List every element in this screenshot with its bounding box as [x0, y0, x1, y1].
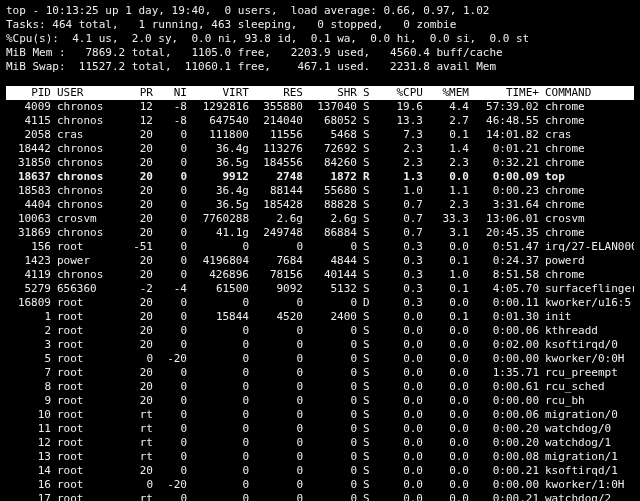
cell-cpu: 0.0 — [380, 464, 426, 478]
table-row[interactable]: 13rootrt0000S0.00.00:00.08migration/1 — [6, 450, 634, 464]
cell-virt: 111800 — [190, 128, 252, 142]
table-row[interactable]: 156root-510000S0.30.00:51.47irq/27-ELAN0… — [6, 240, 634, 254]
table-row[interactable]: 12rootrt0000S0.00.00:00.20watchdog/1 — [6, 436, 634, 450]
cell-pr: 20 — [120, 198, 156, 212]
col-pid[interactable]: PID — [6, 86, 54, 100]
cell-cpu: 0.0 — [380, 492, 426, 501]
table-row[interactable]: 8root200000S0.00.00:00.61rcu_sched — [6, 380, 634, 394]
cell-res: 0 — [252, 352, 306, 366]
cell-time: 0:00.23 — [472, 184, 542, 198]
col-time[interactable]: TIME+ — [472, 86, 542, 100]
table-row[interactable]: 31869chronos20041.1g24974886884S0.73.120… — [6, 226, 634, 240]
col-shr[interactable]: SHR — [306, 86, 360, 100]
table-row[interactable]: 31850chronos20036.5g18455684260S2.32.30:… — [6, 156, 634, 170]
table-row[interactable]: 18637chronos200991227481872R1.30.00:00.0… — [6, 170, 634, 184]
cell-ni: 0 — [156, 170, 190, 184]
table-row[interactable]: 16809root200000D0.30.00:00.11kworker/u16… — [6, 296, 634, 310]
cell-cmd: kworker/1:0H — [542, 478, 634, 492]
cell-shr: 0 — [306, 408, 360, 422]
cell-s: S — [360, 478, 380, 492]
cell-pr: 20 — [120, 170, 156, 184]
cell-pid: 17 — [6, 492, 54, 501]
table-row[interactable]: 17rootrt0000S0.00.00:00.21watchdog/2 — [6, 492, 634, 501]
cell-mem: 0.0 — [426, 240, 472, 254]
cell-cmd: kthreadd — [542, 324, 634, 338]
cell-ni: 0 — [156, 198, 190, 212]
cell-user: root — [54, 478, 120, 492]
cell-user: root — [54, 422, 120, 436]
top-summary-line5: MiB Swap: 11527.2 total, 11060.1 free, 4… — [6, 60, 634, 74]
table-row[interactable]: 11rootrt0000S0.00.00:00.20watchdog/0 — [6, 422, 634, 436]
cell-ni: 0 — [156, 142, 190, 156]
cell-cmd: chrome — [542, 100, 634, 114]
col-pr[interactable]: PR — [120, 86, 156, 100]
cell-cmd: migration/1 — [542, 450, 634, 464]
cell-time: 8:51.58 — [472, 268, 542, 282]
table-row[interactable]: 10063crosvm20077602882.6g2.6gS0.733.313:… — [6, 212, 634, 226]
col-cpu[interactable]: %CPU — [380, 86, 426, 100]
cell-pr: 12 — [120, 114, 156, 128]
table-row[interactable]: 18442chronos20036.4g11327672692S2.31.40:… — [6, 142, 634, 156]
cell-shr: 0 — [306, 324, 360, 338]
cell-cmd: chrome — [542, 156, 634, 170]
table-row[interactable]: 4404chronos20036.5g18542888828S0.72.33:3… — [6, 198, 634, 212]
table-row[interactable]: 5279656360-2-46150090925132S0.30.14:05.7… — [6, 282, 634, 296]
col-s[interactable]: S — [360, 86, 380, 100]
table-row[interactable]: 4119chronos2004268967815640144S0.31.08:5… — [6, 268, 634, 282]
cell-ni: 0 — [156, 436, 190, 450]
cell-s: S — [360, 436, 380, 450]
table-row[interactable]: 10rootrt0000S0.00.00:00.06migration/0 — [6, 408, 634, 422]
table-header-row[interactable]: PID USER PR NI VIRT RES SHR S %CPU %MEM … — [6, 86, 634, 100]
cell-pr: 20 — [120, 268, 156, 282]
cell-shr: 68052 — [306, 114, 360, 128]
col-cmd[interactable]: COMMAND — [542, 86, 634, 100]
table-row[interactable]: 7root200000S0.00.01:35.71rcu_preempt — [6, 366, 634, 380]
top-summary-line2: Tasks: 464 total, 1 running, 463 sleepin… — [6, 18, 634, 32]
cell-shr: 0 — [306, 436, 360, 450]
table-row[interactable]: 5root0-20000S0.00.00:00.00kworker/0:0H — [6, 352, 634, 366]
col-virt[interactable]: VIRT — [190, 86, 252, 100]
cell-shr: 2.6g — [306, 212, 360, 226]
cell-res: 4520 — [252, 310, 306, 324]
cell-s: S — [360, 450, 380, 464]
cell-virt: 0 — [190, 436, 252, 450]
cell-user: root — [54, 366, 120, 380]
cell-cpu: 0.3 — [380, 268, 426, 282]
cell-cmd: migration/0 — [542, 408, 634, 422]
top-summary-line1: top - 10:13:25 up 1 day, 19:40, 0 users,… — [6, 4, 634, 18]
col-res[interactable]: RES — [252, 86, 306, 100]
table-row[interactable]: 14root200000S0.00.00:00.21ksoftirqd/1 — [6, 464, 634, 478]
col-mem[interactable]: %MEM — [426, 86, 472, 100]
cell-s: S — [360, 142, 380, 156]
table-row[interactable]: 9root200000S0.00.00:00.00rcu_bh — [6, 394, 634, 408]
table-row[interactable]: 16root0-20000S0.00.00:00.00kworker/1:0H — [6, 478, 634, 492]
cell-virt: 0 — [190, 240, 252, 254]
cell-mem: 0.0 — [426, 380, 472, 394]
cell-s: S — [360, 380, 380, 394]
cell-mem: 1.0 — [426, 268, 472, 282]
cell-ni: 0 — [156, 338, 190, 352]
col-user[interactable]: USER — [54, 86, 120, 100]
cell-pid: 5279 — [6, 282, 54, 296]
cell-virt: 36.4g — [190, 184, 252, 198]
cell-pid: 18583 — [6, 184, 54, 198]
process-table[interactable]: PID USER PR NI VIRT RES SHR S %CPU %MEM … — [6, 86, 634, 501]
table-row[interactable]: 1root2001584445202400S0.00.10:01.30init — [6, 310, 634, 324]
cell-mem: 0.0 — [426, 394, 472, 408]
cell-cmd: rcu_sched — [542, 380, 634, 394]
cell-mem: 0.0 — [426, 366, 472, 380]
table-row[interactable]: 4009chronos12-81292816355880137040S19.64… — [6, 100, 634, 114]
cell-cmd: kworker/0:0H — [542, 352, 634, 366]
table-row[interactable]: 18583chronos20036.4g8814455680S1.01.10:0… — [6, 184, 634, 198]
col-ni[interactable]: NI — [156, 86, 190, 100]
cell-s: S — [360, 268, 380, 282]
cell-user: root — [54, 310, 120, 324]
cell-res: 113276 — [252, 142, 306, 156]
table-row[interactable]: 2root200000S0.00.00:00.06kthreadd — [6, 324, 634, 338]
table-row[interactable]: 3root200000S0.00.00:02.00ksoftirqd/0 — [6, 338, 634, 352]
table-row[interactable]: 1423power200419680476844844S0.30.10:24.3… — [6, 254, 634, 268]
table-row[interactable]: 4115chronos12-864754021404068052S13.32.7… — [6, 114, 634, 128]
cell-user: root — [54, 352, 120, 366]
cell-ni: 0 — [156, 226, 190, 240]
table-row[interactable]: 2058cras200111800115565468S7.30.114:01.8… — [6, 128, 634, 142]
